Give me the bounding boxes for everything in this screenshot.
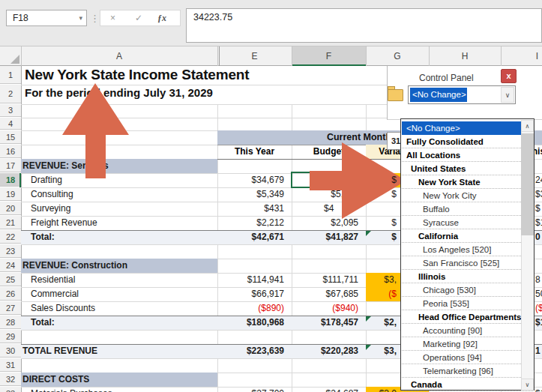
cell-this-year[interactable]: $180,968 <box>217 316 288 330</box>
section-label[interactable]: DIRECT COSTS <box>22 373 89 387</box>
enter-icon[interactable]: ✓ <box>135 10 142 25</box>
cell-ytd-fragment[interactable]: 24 <box>535 173 542 187</box>
row-label[interactable]: Total: <box>31 230 55 244</box>
cancel-icon[interactable]: × <box>110 10 115 25</box>
cell-budget[interactable]: $67,685 <box>292 287 362 301</box>
dropdown-item[interactable]: San Francisco [525] <box>402 256 533 270</box>
row-header-33[interactable]: 33 <box>0 387 21 392</box>
close-button[interactable]: x <box>501 69 517 83</box>
dropdown-item[interactable]: All Locations <box>402 148 533 162</box>
scroll-down-icon[interactable]: ∨ <box>521 379 534 391</box>
row-header-21[interactable]: 21 <box>0 216 21 229</box>
cell-variance-fragment[interactable]: $ <box>366 187 397 202</box>
cell-this-year[interactable]: $42,671 <box>217 230 288 244</box>
cell-ytd-fragment[interactable]: 0 <box>535 230 541 244</box>
cell-this-year[interactable]: ($890) <box>217 301 288 316</box>
row-label[interactable]: TOTAL REVENUE <box>22 344 97 358</box>
row-header-2[interactable]: 2 <box>0 85 21 103</box>
row-label[interactable]: Freight Revenue <box>31 216 97 230</box>
row-label[interactable]: Consulting <box>31 187 73 202</box>
dropdown-item[interactable]: Los Angeles [520] <box>402 243 533 256</box>
cell-this-year[interactable]: $34,679 <box>217 173 288 187</box>
row-header-25[interactable]: 25 <box>0 273 21 286</box>
column-header-F[interactable]: F <box>292 46 366 66</box>
section-label[interactable]: REVENUE: Services <box>22 159 109 173</box>
cell-this-year[interactable]: $2,212 <box>217 216 288 230</box>
active-cell-selection[interactable] <box>291 172 367 188</box>
row-header-15[interactable]: 15 <box>0 130 21 144</box>
select-all-button[interactable] <box>10 55 19 64</box>
row-label[interactable]: Residential <box>31 273 75 287</box>
cell-budget[interactable]: $111,711 <box>292 273 362 287</box>
cell-variance-fragment[interactable]: $ <box>366 173 397 187</box>
folder-icon[interactable] <box>388 89 403 101</box>
cell-this-year[interactable]: $66,917 <box>217 287 288 301</box>
row-header-27[interactable]: 27 <box>0 301 21 315</box>
dropdown-item[interactable]: Fully Consolidated <box>402 135 533 148</box>
row-header-26[interactable]: 26 <box>0 287 21 301</box>
dropdown-item[interactable]: Syracuse <box>402 216 533 229</box>
cell-budget[interactable]: ($940) <box>292 301 362 316</box>
dropdown-item[interactable]: New York City <box>402 189 533 202</box>
column-header-H[interactable]: H <box>429 46 501 66</box>
row-label[interactable]: Commercial <box>31 287 79 301</box>
cell-budget[interactable]: $178,457 <box>292 316 362 330</box>
cell-variance-fragment[interactable]: $ <box>366 230 397 244</box>
column-header-G[interactable]: G <box>366 46 429 66</box>
row-header-30[interactable]: 30 <box>0 344 21 358</box>
dropdown-item[interactable]: Marketing [92] <box>402 337 533 351</box>
name-box[interactable]: F18 ▾ <box>6 10 87 26</box>
combo-chevron-down-icon[interactable]: ∨ <box>501 87 514 103</box>
dropdown-item[interactable]: Canada <box>402 378 533 391</box>
column-header-E[interactable]: E <box>217 46 292 66</box>
header-budget[interactable]: Budget <box>292 145 366 159</box>
cell-budget[interactable]: $41,827 <box>292 230 362 244</box>
scroll-up-icon[interactable]: ∧ <box>521 120 534 132</box>
cell-variance-fragment[interactable]: $ <box>366 216 397 230</box>
row-header-28[interactable]: 28 <box>0 316 21 329</box>
name-box-chevron-icon[interactable]: ▾ <box>79 10 82 25</box>
cell-budget[interactable]: $220,283 <box>292 344 362 358</box>
dropdown-item[interactable]: Head Office Departments <box>402 310 533 324</box>
row-header-31[interactable]: 31 <box>0 358 21 372</box>
cell-ytd-fragment[interactable]: $1 <box>535 387 542 392</box>
row-label[interactable]: Total: <box>31 316 55 330</box>
dropdown-item[interactable]: Illinois <box>402 270 533 283</box>
cell-this-year[interactable]: $223,639 <box>217 344 288 358</box>
dropdown-item[interactable]: Chicago [530] <box>402 283 533 297</box>
cell-variance-fragment[interactable]: $3, <box>366 344 397 358</box>
cell-ytd-fragment[interactable]: ($ <box>535 301 542 316</box>
cell-ytd-fragment[interactable]: $3 <box>535 187 542 202</box>
cell-ytd-fragment[interactable]: $1 <box>535 316 542 330</box>
row-header-19[interactable]: 19 <box>0 187 21 201</box>
section-label[interactable]: REVENUE: Construction <box>22 259 127 273</box>
insert-function-icon[interactable]: ƒx <box>157 10 166 25</box>
row-label[interactable]: Surveying <box>31 202 70 216</box>
combo-selected-value[interactable]: <No Change> <box>410 88 467 102</box>
dropdown-item[interactable]: Operations [94] <box>402 351 533 364</box>
dropdown-item[interactable]: Peoria [535] <box>402 297 533 310</box>
cell-this-year[interactable]: $114,941 <box>217 273 288 287</box>
row-header-4[interactable]: 4 <box>0 118 21 130</box>
column-header-A[interactable]: A <box>21 46 217 66</box>
row-header-16[interactable]: 16 <box>0 145 21 158</box>
dropdown-item[interactable]: New York State <box>402 175 533 189</box>
row-header-20[interactable]: 20 <box>0 202 21 215</box>
cell-budget[interactable]: $2,095 <box>292 216 362 230</box>
row-label[interactable]: Sales Discounts <box>31 301 95 316</box>
row-header-29[interactable]: 29 <box>0 330 21 343</box>
dropdown-item[interactable]: Buffalo <box>402 202 533 216</box>
header-this-year[interactable]: This Year <box>217 145 292 159</box>
formula-input[interactable]: 34223.75 <box>186 8 542 43</box>
dropdown-item[interactable]: California <box>402 229 533 243</box>
cell-variance-fragment[interactable]: $2, <box>366 316 397 330</box>
row-label[interactable]: Materials Purchases <box>31 387 112 392</box>
cell-ytd-fragment[interactable]: 8 <box>535 273 541 287</box>
row-header-1[interactable]: 1 <box>0 66 21 84</box>
cell-variance-fragment[interactable]: ($ <box>366 287 397 301</box>
column-header-I[interactable]: I <box>501 46 542 66</box>
row-header-17[interactable]: 17 <box>0 159 21 172</box>
cell-variance-fragment[interactable]: $3,0 <box>366 387 397 392</box>
dropdown-item[interactable]: Accounting [90] <box>402 324 533 337</box>
cell-this-year[interactable]: $431 <box>217 202 288 216</box>
